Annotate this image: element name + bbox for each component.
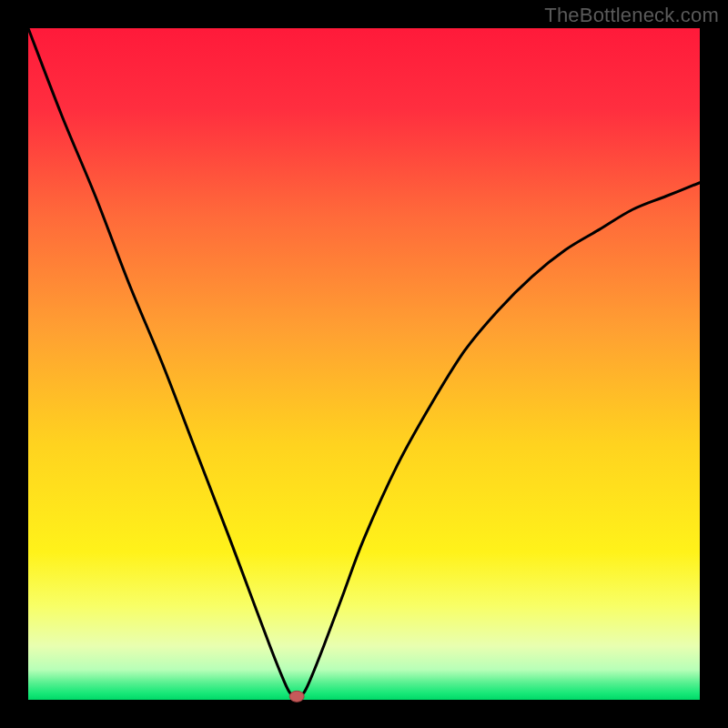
chart-frame: TheBottleneck.com bbox=[0, 0, 728, 728]
plot-background bbox=[28, 28, 700, 700]
bottleneck-chart bbox=[0, 0, 728, 728]
optimal-point-marker bbox=[289, 691, 304, 702]
watermark-text: TheBottleneck.com bbox=[544, 4, 719, 27]
